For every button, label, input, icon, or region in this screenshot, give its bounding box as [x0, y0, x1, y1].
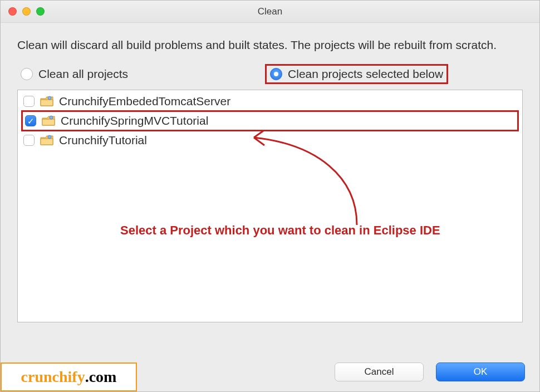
radio-clean-selected-label: Clean projects selected below	[288, 67, 443, 81]
ok-button[interactable]: OK	[436, 362, 525, 381]
radio-clean-all[interactable]: Clean all projects	[17, 66, 131, 82]
project-checkbox[interactable]: ✓	[25, 115, 36, 126]
radio-icon	[270, 68, 282, 80]
project-name: CrunchifyEmbededTomcatServer	[59, 95, 230, 108]
project-folder-icon	[40, 96, 53, 107]
radio-clean-all-label: Clean all projects	[38, 67, 128, 81]
watermark-brand: crunchify	[21, 368, 85, 386]
window-controls	[1, 7, 45, 16]
list-item[interactable]: ✓ CrunchifySpringMVCTutorial	[21, 110, 519, 131]
project-name: CrunchifyTutorial	[59, 134, 147, 147]
minimize-window-button[interactable]	[22, 7, 31, 16]
project-list[interactable]: CrunchifyEmbededTomcatServer ✓ Crunchify…	[17, 90, 523, 322]
cancel-button[interactable]: Cancel	[335, 362, 424, 381]
ok-button-label: OK	[474, 366, 488, 378]
project-checkbox[interactable]	[23, 96, 35, 107]
titlebar: Clean	[1, 1, 539, 23]
svg-point-1	[50, 116, 53, 119]
window-title: Clean	[1, 6, 539, 17]
watermark-logo: crunchify.com	[1, 362, 137, 391]
dialog-content: Clean will discard all build problems an…	[1, 23, 539, 328]
dialog-description: Clean will discard all build problems an…	[17, 37, 523, 53]
svg-point-0	[48, 96, 51, 100]
cancel-button-label: Cancel	[365, 366, 394, 378]
project-folder-icon	[42, 115, 55, 126]
project-folder-icon	[40, 135, 53, 146]
radio-icon	[21, 68, 33, 80]
dialog-buttons: Cancel OK	[335, 362, 525, 381]
clean-scope-radio-group: Clean all projects Clean projects select…	[17, 64, 523, 84]
svg-point-2	[48, 135, 51, 139]
project-name: CrunchifySpringMVCTutorial	[61, 114, 208, 128]
annotation-text: Select a Project which you want to clean…	[120, 223, 440, 238]
zoom-window-button[interactable]	[36, 7, 45, 16]
list-item[interactable]: CrunchifyTutorial	[21, 131, 519, 149]
close-window-button[interactable]	[8, 7, 17, 16]
radio-clean-selected[interactable]: Clean projects selected below	[265, 64, 448, 84]
watermark-rest: .com	[85, 368, 117, 386]
project-checkbox[interactable]	[23, 135, 35, 146]
dialog-window: Clean Clean will discard all build probl…	[0, 0, 540, 392]
list-item[interactable]: CrunchifyEmbededTomcatServer	[21, 92, 519, 110]
